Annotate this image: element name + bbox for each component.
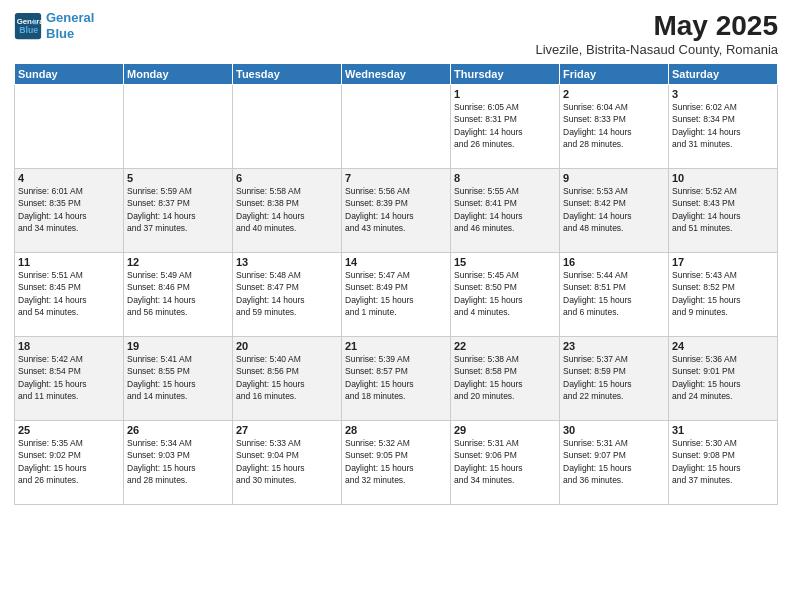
day-number: 31 xyxy=(672,424,774,436)
location-subtitle: Livezile, Bistrita-Nasaud County, Romani… xyxy=(535,42,778,57)
day-number: 19 xyxy=(127,340,229,352)
weekday-header-tuesday: Tuesday xyxy=(233,64,342,85)
calendar-cell: 21Sunrise: 5:39 AM Sunset: 8:57 PM Dayli… xyxy=(342,337,451,421)
day-info: Sunrise: 6:02 AM Sunset: 8:34 PM Dayligh… xyxy=(672,101,774,150)
week-row-3: 11Sunrise: 5:51 AM Sunset: 8:45 PM Dayli… xyxy=(15,253,778,337)
day-number: 7 xyxy=(345,172,447,184)
day-number: 4 xyxy=(18,172,120,184)
day-info: Sunrise: 6:05 AM Sunset: 8:31 PM Dayligh… xyxy=(454,101,556,150)
day-info: Sunrise: 5:58 AM Sunset: 8:38 PM Dayligh… xyxy=(236,185,338,234)
day-number: 30 xyxy=(563,424,665,436)
day-number: 10 xyxy=(672,172,774,184)
logo-subtext: Blue xyxy=(46,26,94,42)
day-number: 3 xyxy=(672,88,774,100)
day-info: Sunrise: 5:31 AM Sunset: 9:07 PM Dayligh… xyxy=(563,437,665,486)
day-number: 6 xyxy=(236,172,338,184)
title-block: May 2025 Livezile, Bistrita-Nasaud Count… xyxy=(535,10,778,57)
weekday-header-monday: Monday xyxy=(124,64,233,85)
calendar-cell: 4Sunrise: 6:01 AM Sunset: 8:35 PM Daylig… xyxy=(15,169,124,253)
week-row-4: 18Sunrise: 5:42 AM Sunset: 8:54 PM Dayli… xyxy=(15,337,778,421)
calendar-cell: 23Sunrise: 5:37 AM Sunset: 8:59 PM Dayli… xyxy=(560,337,669,421)
calendar-cell: 2Sunrise: 6:04 AM Sunset: 8:33 PM Daylig… xyxy=(560,85,669,169)
day-info: Sunrise: 5:35 AM Sunset: 9:02 PM Dayligh… xyxy=(18,437,120,486)
logo-icon: General Blue xyxy=(14,12,42,40)
calendar-cell: 6Sunrise: 5:58 AM Sunset: 8:38 PM Daylig… xyxy=(233,169,342,253)
day-info: Sunrise: 6:01 AM Sunset: 8:35 PM Dayligh… xyxy=(18,185,120,234)
calendar-cell: 8Sunrise: 5:55 AM Sunset: 8:41 PM Daylig… xyxy=(451,169,560,253)
weekday-header-thursday: Thursday xyxy=(451,64,560,85)
calendar-cell: 20Sunrise: 5:40 AM Sunset: 8:56 PM Dayli… xyxy=(233,337,342,421)
calendar-cell: 7Sunrise: 5:56 AM Sunset: 8:39 PM Daylig… xyxy=(342,169,451,253)
calendar-cell: 12Sunrise: 5:49 AM Sunset: 8:46 PM Dayli… xyxy=(124,253,233,337)
day-info: Sunrise: 5:55 AM Sunset: 8:41 PM Dayligh… xyxy=(454,185,556,234)
weekday-header-wednesday: Wednesday xyxy=(342,64,451,85)
logo: General Blue General Blue xyxy=(14,10,94,41)
day-info: Sunrise: 5:43 AM Sunset: 8:52 PM Dayligh… xyxy=(672,269,774,318)
calendar-cell: 19Sunrise: 5:41 AM Sunset: 8:55 PM Dayli… xyxy=(124,337,233,421)
day-info: Sunrise: 5:41 AM Sunset: 8:55 PM Dayligh… xyxy=(127,353,229,402)
month-title: May 2025 xyxy=(535,10,778,42)
calendar-cell: 10Sunrise: 5:52 AM Sunset: 8:43 PM Dayli… xyxy=(669,169,778,253)
day-number: 2 xyxy=(563,88,665,100)
day-number: 24 xyxy=(672,340,774,352)
day-info: Sunrise: 5:49 AM Sunset: 8:46 PM Dayligh… xyxy=(127,269,229,318)
calendar-cell: 18Sunrise: 5:42 AM Sunset: 8:54 PM Dayli… xyxy=(15,337,124,421)
calendar-cell: 15Sunrise: 5:45 AM Sunset: 8:50 PM Dayli… xyxy=(451,253,560,337)
day-number: 23 xyxy=(563,340,665,352)
page-header: General Blue General Blue May 2025 Livez… xyxy=(14,10,778,57)
calendar-cell xyxy=(342,85,451,169)
day-info: Sunrise: 5:33 AM Sunset: 9:04 PM Dayligh… xyxy=(236,437,338,486)
week-row-5: 25Sunrise: 5:35 AM Sunset: 9:02 PM Dayli… xyxy=(15,421,778,505)
day-info: Sunrise: 5:51 AM Sunset: 8:45 PM Dayligh… xyxy=(18,269,120,318)
calendar-cell: 26Sunrise: 5:34 AM Sunset: 9:03 PM Dayli… xyxy=(124,421,233,505)
calendar-cell: 5Sunrise: 5:59 AM Sunset: 8:37 PM Daylig… xyxy=(124,169,233,253)
calendar-cell: 9Sunrise: 5:53 AM Sunset: 8:42 PM Daylig… xyxy=(560,169,669,253)
day-number: 5 xyxy=(127,172,229,184)
day-number: 9 xyxy=(563,172,665,184)
calendar-table: SundayMondayTuesdayWednesdayThursdayFrid… xyxy=(14,63,778,505)
day-number: 22 xyxy=(454,340,556,352)
calendar-cell: 24Sunrise: 5:36 AM Sunset: 9:01 PM Dayli… xyxy=(669,337,778,421)
day-info: Sunrise: 5:34 AM Sunset: 9:03 PM Dayligh… xyxy=(127,437,229,486)
calendar-cell: 13Sunrise: 5:48 AM Sunset: 8:47 PM Dayli… xyxy=(233,253,342,337)
day-number: 21 xyxy=(345,340,447,352)
day-info: Sunrise: 5:59 AM Sunset: 8:37 PM Dayligh… xyxy=(127,185,229,234)
day-info: Sunrise: 5:39 AM Sunset: 8:57 PM Dayligh… xyxy=(345,353,447,402)
calendar-body: 1Sunrise: 6:05 AM Sunset: 8:31 PM Daylig… xyxy=(15,85,778,505)
day-number: 1 xyxy=(454,88,556,100)
day-number: 16 xyxy=(563,256,665,268)
weekday-header-row: SundayMondayTuesdayWednesdayThursdayFrid… xyxy=(15,64,778,85)
logo-text: General xyxy=(46,10,94,26)
calendar-cell: 16Sunrise: 5:44 AM Sunset: 8:51 PM Dayli… xyxy=(560,253,669,337)
day-number: 8 xyxy=(454,172,556,184)
calendar-cell: 25Sunrise: 5:35 AM Sunset: 9:02 PM Dayli… xyxy=(15,421,124,505)
day-number: 13 xyxy=(236,256,338,268)
day-info: Sunrise: 5:38 AM Sunset: 8:58 PM Dayligh… xyxy=(454,353,556,402)
week-row-2: 4Sunrise: 6:01 AM Sunset: 8:35 PM Daylig… xyxy=(15,169,778,253)
calendar-cell xyxy=(124,85,233,169)
day-info: Sunrise: 5:47 AM Sunset: 8:49 PM Dayligh… xyxy=(345,269,447,318)
day-info: Sunrise: 5:37 AM Sunset: 8:59 PM Dayligh… xyxy=(563,353,665,402)
day-info: Sunrise: 5:32 AM Sunset: 9:05 PM Dayligh… xyxy=(345,437,447,486)
day-info: Sunrise: 5:42 AM Sunset: 8:54 PM Dayligh… xyxy=(18,353,120,402)
calendar-cell: 17Sunrise: 5:43 AM Sunset: 8:52 PM Dayli… xyxy=(669,253,778,337)
calendar-cell xyxy=(233,85,342,169)
calendar-cell xyxy=(15,85,124,169)
day-number: 17 xyxy=(672,256,774,268)
day-info: Sunrise: 5:40 AM Sunset: 8:56 PM Dayligh… xyxy=(236,353,338,402)
day-number: 15 xyxy=(454,256,556,268)
day-info: Sunrise: 5:53 AM Sunset: 8:42 PM Dayligh… xyxy=(563,185,665,234)
day-number: 18 xyxy=(18,340,120,352)
day-number: 26 xyxy=(127,424,229,436)
day-info: Sunrise: 5:31 AM Sunset: 9:06 PM Dayligh… xyxy=(454,437,556,486)
day-info: Sunrise: 6:04 AM Sunset: 8:33 PM Dayligh… xyxy=(563,101,665,150)
day-info: Sunrise: 5:30 AM Sunset: 9:08 PM Dayligh… xyxy=(672,437,774,486)
calendar-cell: 29Sunrise: 5:31 AM Sunset: 9:06 PM Dayli… xyxy=(451,421,560,505)
weekday-header-saturday: Saturday xyxy=(669,64,778,85)
calendar-cell: 22Sunrise: 5:38 AM Sunset: 8:58 PM Dayli… xyxy=(451,337,560,421)
day-number: 11 xyxy=(18,256,120,268)
svg-text:Blue: Blue xyxy=(19,25,38,35)
day-number: 27 xyxy=(236,424,338,436)
calendar-cell: 30Sunrise: 5:31 AM Sunset: 9:07 PM Dayli… xyxy=(560,421,669,505)
day-info: Sunrise: 5:45 AM Sunset: 8:50 PM Dayligh… xyxy=(454,269,556,318)
